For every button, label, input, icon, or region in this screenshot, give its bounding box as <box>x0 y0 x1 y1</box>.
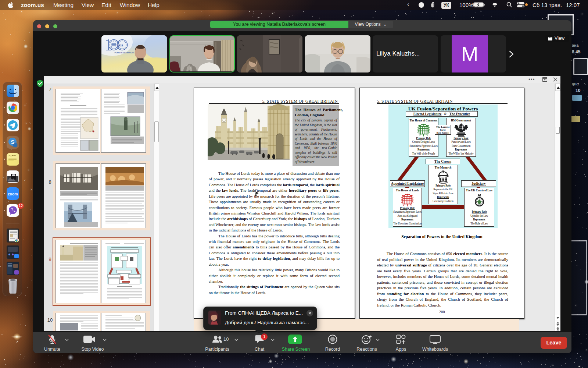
svg-text:РОКІВ НЕЗЛАМНОСТІ: РОКІВ НЕЗЛАМНОСТІ <box>114 52 134 54</box>
svg-text:S: S <box>11 139 14 145</box>
svg-text:zoom: zoom <box>8 192 18 196</box>
svg-text:1923: 1923 <box>117 44 123 47</box>
